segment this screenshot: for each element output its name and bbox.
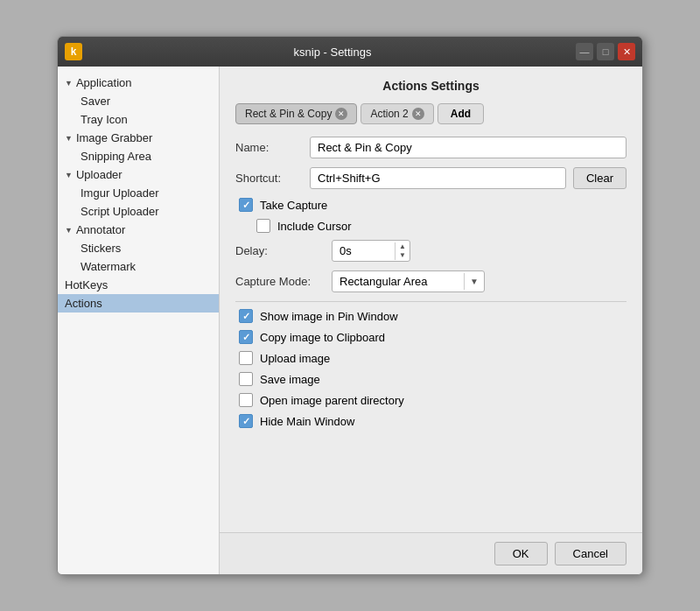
sidebar-item-watermark[interactable]: Watermark bbox=[58, 257, 219, 276]
sidebar-item-hotkeys[interactable]: HotKeys bbox=[58, 276, 219, 294]
show-image-pin-checkbox[interactable] bbox=[239, 309, 253, 323]
tab-close-action2[interactable]: ✕ bbox=[412, 108, 424, 120]
bottom-bar: OK Cancel bbox=[220, 532, 642, 574]
capture-mode-row: Capture Mode: Rectangular Area ▼ bbox=[235, 270, 626, 292]
app-icon: k bbox=[65, 43, 82, 60]
tab-rect-pin-copy[interactable]: Rect & Pin & Copy ✕ bbox=[235, 103, 357, 124]
main-content: Actions Settings Rect & Pin & Copy ✕ Act… bbox=[220, 67, 642, 532]
add-tab-button[interactable]: Add bbox=[438, 103, 484, 124]
capture-mode-label: Capture Mode: bbox=[235, 275, 332, 288]
spinbox-down[interactable]: ▼ bbox=[396, 251, 410, 260]
minimize-button[interactable]: — bbox=[576, 43, 593, 60]
window-body: ▼ Application Saver Tray Icon ▼ Image Gr… bbox=[58, 67, 642, 574]
shortcut-row: Shortcut: Clear bbox=[235, 167, 626, 189]
hide-main-window-label: Hide Main Window bbox=[260, 415, 354, 428]
upload-image-label: Upload image bbox=[260, 352, 330, 365]
delay-row: Delay: 0s ▲ ▼ bbox=[235, 240, 626, 262]
tab-action2[interactable]: Action 2 ✕ bbox=[360, 103, 433, 124]
tab-close-rect[interactable]: ✕ bbox=[335, 108, 347, 120]
maximize-button[interactable]: □ bbox=[597, 43, 614, 60]
sidebar-item-snipping-area[interactable]: Snipping Area bbox=[58, 147, 219, 165]
sidebar-item-tray-icon[interactable]: Tray Icon bbox=[58, 110, 219, 129]
ok-button[interactable]: OK bbox=[494, 542, 548, 565]
name-row: Name: bbox=[235, 137, 626, 158]
delay-spinbox[interactable]: 0s ▲ ▼ bbox=[332, 240, 410, 262]
copy-image-clipboard-label: Copy image to Clipboard bbox=[260, 331, 385, 344]
spinbox-up[interactable]: ▲ bbox=[396, 242, 410, 251]
collapse-icon-annotator: ▼ bbox=[65, 226, 73, 235]
hide-main-window-checkbox[interactable] bbox=[239, 414, 253, 428]
dropdown-arrow-icon: ▼ bbox=[464, 273, 484, 290]
include-cursor-label: Include Cursor bbox=[277, 220, 352, 233]
include-cursor-row: Include Cursor bbox=[235, 219, 626, 233]
name-label: Name: bbox=[235, 141, 310, 154]
divider bbox=[235, 301, 626, 302]
sidebar: ▼ Application Saver Tray Icon ▼ Image Gr… bbox=[58, 67, 220, 574]
close-button[interactable]: ✕ bbox=[618, 43, 635, 60]
take-capture-label: Take Capture bbox=[260, 199, 327, 212]
upload-image-row: Upload image bbox=[235, 351, 626, 365]
delay-label: Delay: bbox=[235, 244, 332, 257]
titlebar: k ksnip - Settings — □ ✕ bbox=[58, 37, 642, 67]
shortcut-input[interactable] bbox=[310, 167, 566, 189]
copy-image-clipboard-row: Copy image to Clipboard bbox=[235, 330, 626, 344]
tabs-row: Rect & Pin & Copy ✕ Action 2 ✕ Add bbox=[235, 103, 626, 124]
sidebar-item-script-uploader[interactable]: Script Uploader bbox=[58, 202, 219, 221]
sidebar-item-annotator[interactable]: ▼ Annotator bbox=[58, 221, 219, 239]
sidebar-item-uploader[interactable]: ▼ Uploader bbox=[58, 165, 219, 184]
save-image-row: Save image bbox=[235, 372, 626, 386]
name-input[interactable] bbox=[310, 137, 626, 158]
capture-mode-dropdown[interactable]: Rectangular Area ▼ bbox=[332, 270, 485, 292]
save-image-label: Save image bbox=[260, 373, 320, 386]
window-controls: — □ ✕ bbox=[576, 43, 635, 60]
sidebar-item-image-grabber[interactable]: ▼ Image Grabber bbox=[58, 129, 219, 147]
sidebar-item-saver[interactable]: Saver bbox=[58, 92, 219, 110]
sidebar-item-actions[interactable]: Actions bbox=[58, 294, 219, 313]
upload-image-checkbox[interactable] bbox=[239, 351, 253, 365]
spinbox-arrows: ▲ ▼ bbox=[395, 242, 410, 260]
collapse-icon-grabber: ▼ bbox=[65, 134, 73, 143]
copy-image-clipboard-checkbox[interactable] bbox=[239, 330, 253, 344]
include-cursor-checkbox[interactable] bbox=[256, 219, 270, 233]
show-image-pin-label: Show image in Pin Window bbox=[260, 310, 398, 323]
collapse-icon-uploader: ▼ bbox=[65, 171, 73, 179]
sidebar-item-application[interactable]: ▼ Application bbox=[58, 74, 219, 92]
open-image-dir-row: Open image parent directory bbox=[235, 393, 626, 407]
cancel-button[interactable]: Cancel bbox=[555, 542, 626, 565]
take-capture-row: Take Capture bbox=[235, 198, 626, 212]
open-image-dir-checkbox[interactable] bbox=[239, 393, 253, 407]
settings-window: k ksnip - Settings — □ ✕ ▼ Application S… bbox=[57, 36, 643, 575]
sidebar-item-stickers[interactable]: Stickers bbox=[58, 239, 219, 257]
hide-main-window-row: Hide Main Window bbox=[235, 414, 626, 428]
sidebar-item-imgur[interactable]: Imgur Uploader bbox=[58, 184, 219, 202]
window-title: ksnip - Settings bbox=[89, 46, 576, 59]
show-image-pin-row: Show image in Pin Window bbox=[235, 309, 626, 323]
collapse-icon: ▼ bbox=[65, 79, 73, 88]
open-image-dir-label: Open image parent directory bbox=[260, 394, 404, 407]
shortcut-label: Shortcut: bbox=[235, 172, 310, 185]
take-capture-checkbox[interactable] bbox=[239, 198, 253, 212]
section-title: Actions Settings bbox=[235, 79, 626, 93]
clear-button[interactable]: Clear bbox=[573, 167, 626, 189]
save-image-checkbox[interactable] bbox=[239, 372, 253, 386]
